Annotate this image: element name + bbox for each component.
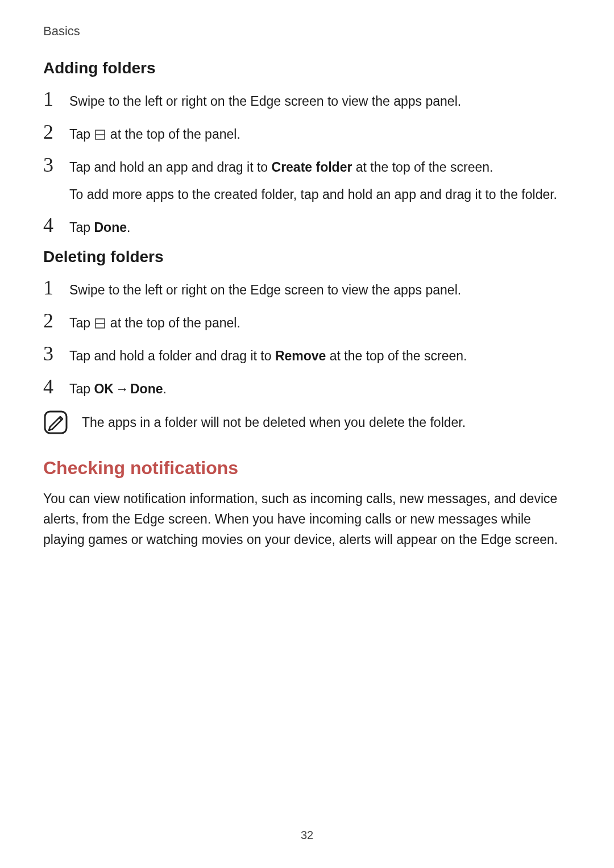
heading-adding-folders: Adding folders — [43, 59, 571, 77]
list-item: 3 Tap and hold a folder and drag it to R… — [43, 343, 571, 367]
list-item: 4 Tap Done. — [43, 215, 571, 239]
step-number: 4 — [43, 376, 58, 397]
step-text: Tap OK→Done. — [69, 379, 571, 400]
step-text: Tap and hold an app and drag it to Creat… — [69, 157, 571, 206]
step-number: 3 — [43, 343, 58, 364]
breadcrumb: Basics — [43, 24, 571, 39]
bold-label: Remove — [275, 348, 326, 363]
list-item: 2 Tap at the top of the panel. — [43, 310, 571, 334]
text-fragment: at the top of the panel. — [106, 315, 240, 330]
edit-panel-icon — [95, 314, 105, 324]
list-item: 1 Swipe to the left or right on the Edge… — [43, 277, 571, 301]
bold-label: Create folder — [272, 160, 352, 175]
svg-rect-4 — [45, 412, 67, 433]
text-fragment: at the top of the screen. — [326, 348, 467, 363]
text-fragment: . — [127, 220, 130, 235]
text-fragment: Tap and hold a folder and drag it to — [69, 348, 275, 363]
list-item: 2 Tap at the top of the panel. — [43, 122, 571, 146]
step-number: 1 — [43, 89, 58, 109]
step-text: Tap and hold a folder and drag it to Rem… — [69, 346, 571, 367]
text-fragment: at the top of the screen. — [352, 160, 493, 175]
step-text: Swipe to the left or right on the Edge s… — [69, 91, 571, 113]
note: The apps in a folder will not be deleted… — [43, 410, 571, 435]
bold-label: OK — [94, 381, 114, 396]
step-number: 2 — [43, 122, 58, 142]
step-number: 1 — [43, 277, 58, 298]
text-fragment: . — [163, 381, 166, 396]
step-text: Tap Done. — [69, 217, 571, 239]
bold-label: Done — [130, 381, 163, 396]
step-number: 2 — [43, 310, 58, 331]
text-fragment: Tap — [69, 220, 94, 235]
heading-checking-notifications: Checking notifications — [43, 458, 571, 479]
arrow-icon: → — [115, 381, 128, 396]
note-text: The apps in a folder will not be deleted… — [82, 413, 466, 433]
list-item: 4 Tap OK→Done. — [43, 376, 571, 400]
edit-panel-icon — [95, 125, 105, 135]
paragraph: You can view notification information, s… — [43, 489, 571, 550]
step-text: Swipe to the left or right on the Edge s… — [69, 280, 571, 301]
step-text: Tap at the top of the panel. — [69, 124, 571, 146]
step-extra-text: To add more apps to the created folder, … — [69, 184, 571, 206]
text-fragment: Tap — [69, 127, 94, 142]
step-number: 4 — [43, 215, 58, 235]
step-number: 3 — [43, 155, 58, 175]
text-fragment: at the top of the panel. — [106, 127, 240, 142]
step-text: Tap at the top of the panel. — [69, 313, 571, 334]
page-number: 32 — [0, 829, 614, 842]
note-icon — [43, 410, 68, 435]
heading-deleting-folders: Deleting folders — [43, 248, 571, 266]
list-item: 1 Swipe to the left or right on the Edge… — [43, 89, 571, 113]
text-fragment: Tap — [69, 381, 94, 396]
text-fragment: Tap — [69, 315, 94, 330]
text-fragment: Tap and hold an app and drag it to — [69, 160, 272, 175]
page: Basics Adding folders 1 Swipe to the lef… — [0, 0, 614, 550]
bold-label: Done — [94, 220, 127, 235]
list-item: 3 Tap and hold an app and drag it to Cre… — [43, 155, 571, 206]
